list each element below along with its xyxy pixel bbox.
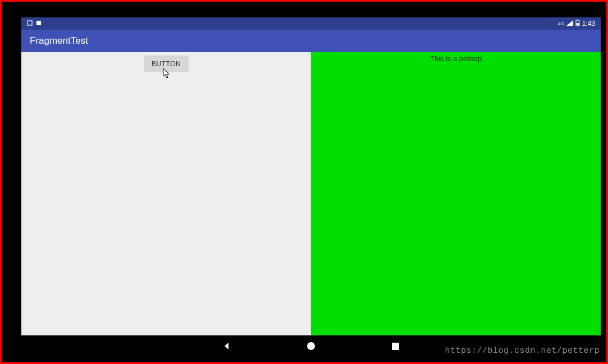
battery-icon [575, 20, 580, 27]
notification-icon-2 [36, 20, 42, 27]
svg-rect-4 [577, 23, 579, 25]
device-frame: 4G 1:43 FragmentTest BUTTON This is a pe… [21, 17, 601, 357]
nav-recent-button[interactable] [390, 340, 401, 352]
nav-home-button[interactable] [305, 340, 317, 352]
left-fragment: BUTTON [21, 52, 311, 335]
clock-text: 1:43 [582, 20, 595, 27]
svg-point-5 [307, 342, 315, 350]
nav-back-button[interactable] [221, 340, 232, 352]
svg-rect-6 [392, 343, 399, 350]
content-area: BUTTON This is a petterp [21, 52, 601, 335]
status-bar: 4G 1:43 [21, 17, 601, 30]
svg-rect-3 [577, 20, 578, 20]
button[interactable]: BUTTON [144, 56, 189, 72]
app-title: FragmentTest [30, 35, 88, 47]
right-fragment: This is a petterp [311, 52, 601, 335]
svg-rect-1 [36, 21, 41, 25]
notification-icon [27, 20, 33, 27]
status-bar-left [27, 20, 42, 27]
watermark-text: https://blog.csdn.net/petterp [445, 346, 600, 356]
network-label: 4G [558, 21, 564, 26]
signal-icon [566, 20, 573, 27]
status-bar-right: 4G 1:43 [558, 20, 595, 27]
right-fragment-text: This is a petterp [430, 54, 482, 63]
action-bar: FragmentTest [21, 30, 601, 52]
svg-rect-0 [28, 21, 32, 25]
